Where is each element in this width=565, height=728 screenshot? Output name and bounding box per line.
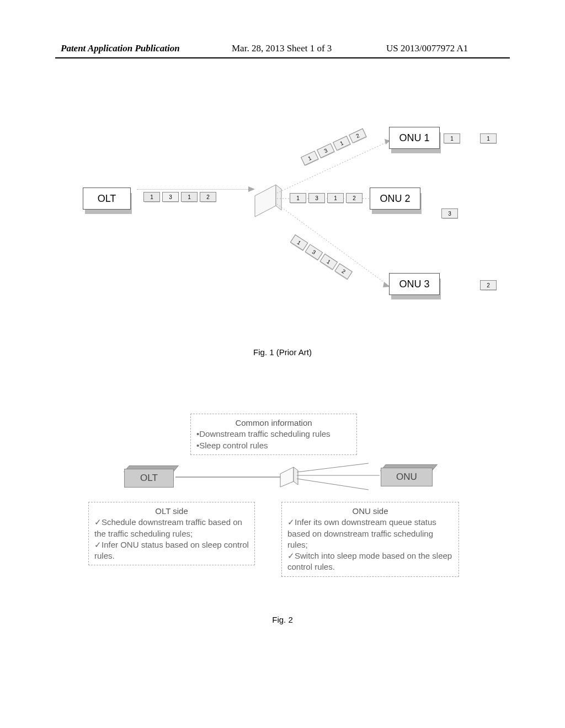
header-rule bbox=[55, 57, 510, 58]
svg-marker-0 bbox=[248, 186, 255, 192]
olt-side-title: OLT side bbox=[94, 506, 249, 517]
svg-marker-10 bbox=[280, 467, 294, 487]
header-right: US 2013/0077972 A1 bbox=[386, 43, 468, 54]
onu-side-box: ONU side ✓Infer its own downstream queue… bbox=[281, 502, 459, 577]
svg-line-3 bbox=[277, 141, 390, 193]
header-left: Patent Application Publication bbox=[61, 43, 180, 54]
figure-2-caption: Fig. 2 bbox=[0, 615, 565, 624]
svg-marker-1 bbox=[255, 185, 276, 217]
header-middle: Mar. 28, 2013 Sheet 1 of 3 bbox=[232, 43, 332, 54]
svg-line-14 bbox=[297, 479, 369, 490]
common-info-title: Common information bbox=[196, 417, 351, 429]
onu-side-item: ✓Switch into sleep mode based on the sle… bbox=[287, 550, 453, 573]
onu-side-item: ✓Infer its own downstream queue status b… bbox=[287, 517, 453, 550]
splitter-icon bbox=[280, 466, 299, 488]
svg-line-12 bbox=[297, 463, 369, 472]
common-info-item: •Sleep control rules bbox=[196, 440, 351, 451]
common-info-box: Common information •Downstream traffic s… bbox=[190, 414, 357, 455]
figure-1: OLT 1 3 1 2 1 3 1 2 bbox=[83, 127, 491, 342]
olt-side-box: OLT side ✓Schedule downstream traffic ba… bbox=[88, 502, 255, 565]
olt-to-splitter-line bbox=[175, 474, 283, 480]
onu-side-title: ONU side bbox=[287, 506, 453, 517]
olt-side-item: ✓Schedule downstream traffic based on th… bbox=[94, 517, 249, 539]
common-info-item: •Downstream traffic scheduling rules bbox=[196, 429, 351, 440]
olt-outgoing-arrow bbox=[137, 189, 253, 190]
splitter-fanout bbox=[297, 462, 391, 495]
olt-side-item: ✓Infer ONU status based on sleep control… bbox=[94, 539, 249, 562]
figure-2: Common information •Downstream traffic s… bbox=[94, 414, 480, 612]
figure-1-caption: Fig. 1 (Prior Art) bbox=[0, 347, 565, 357]
